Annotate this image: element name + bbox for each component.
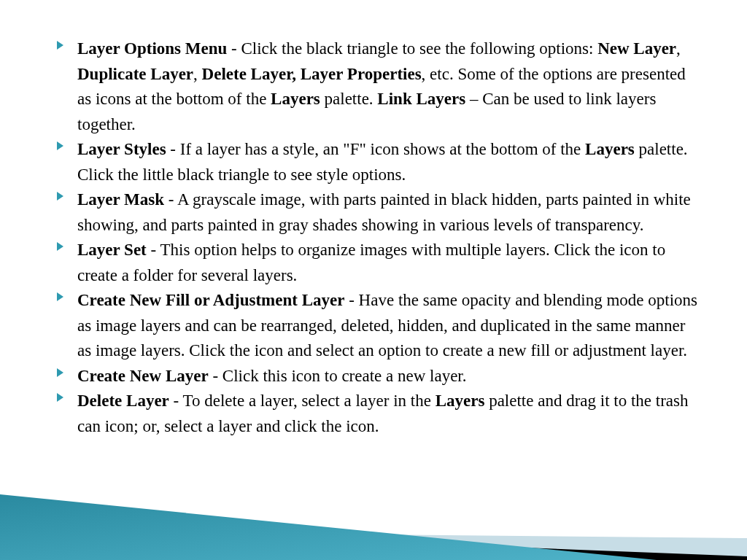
triangle-bullet-icon [57,292,63,301]
bullet-text: Delete Layer - To delete a layer, select… [77,392,689,435]
decorative-footer [0,443,747,560]
triangle-bullet-icon [57,141,63,150]
bullet-item: Layer Mask - A grayscale image, with par… [57,187,703,238]
svg-marker-1 [0,527,747,560]
bullet-item: Layer Options Menu - Click the black tri… [57,36,703,137]
bullet-item: Delete Layer - To delete a layer, select… [57,389,703,439]
bullet-item: Create New Layer - Click this icon to cr… [57,364,703,389]
svg-marker-0 [0,531,747,560]
bullet-text: Layer Set - This option helps to organiz… [77,241,665,284]
bullet-item: Create New Fill or Adjustment Layer - Ha… [57,288,703,364]
bullet-text: Layer Options Menu - Click the black tri… [77,39,686,133]
slide-content: Layer Options Menu - Click the black tri… [57,36,703,439]
triangle-bullet-icon [57,41,63,50]
bullet-item: Layer Set - This option helps to organiz… [57,238,703,288]
bullet-item: Layer Styles - If a layer has a style, a… [57,137,703,187]
bullet-text: Layer Mask - A grayscale image, with par… [77,190,691,234]
bullet-text: Create New Fill or Adjustment Layer - Ha… [77,291,697,359]
svg-marker-2 [0,494,657,560]
triangle-bullet-icon [57,192,63,201]
bullet-list: Layer Options Menu - Click the black tri… [57,36,703,439]
bullet-text: Layer Styles - If a layer has a style, a… [77,140,688,184]
triangle-bullet-icon [57,393,63,402]
triangle-bullet-icon [57,242,63,251]
triangle-bullet-icon [57,368,63,377]
bullet-text: Create New Layer - Click this icon to cr… [77,367,467,385]
